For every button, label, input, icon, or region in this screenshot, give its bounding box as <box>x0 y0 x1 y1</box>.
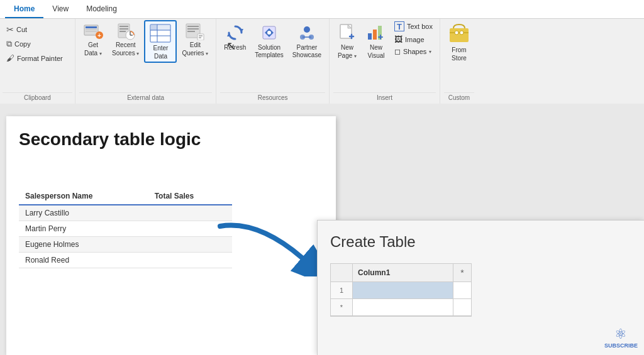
col-header-salesperson: Salesperson Name <box>19 188 148 205</box>
data-table: Salesperson Name Total Sales Larry Casti… <box>19 188 232 268</box>
grid-cell-star-1[interactable] <box>353 299 453 315</box>
svg-point-45 <box>460 31 464 35</box>
edit-queries-button[interactable]: Edit Queries ▾ <box>178 20 212 59</box>
from-store-button[interactable]: From Store <box>444 20 474 64</box>
main-content: Secondary table logic Salesperson Name T… <box>0 104 644 355</box>
resources-group: Refresh SolutionTemplates <box>216 19 330 104</box>
cut-button[interactable]: ✂ Cut <box>3 23 72 36</box>
grid-header-row: Column1 * <box>331 264 471 282</box>
text-box-icon: T <box>394 21 404 31</box>
salesperson-cell: Eugene Holmes <box>19 236 148 252</box>
external-data-items: + Get Data ▾ <box>79 20 212 92</box>
new-page-icon <box>337 23 357 43</box>
solution-templates-icon <box>259 23 279 43</box>
grid-row-num-header <box>331 264 353 281</box>
grid-cell-star-end <box>453 299 471 315</box>
insert-small-group: T Text box 🖼 Image ◻ Shapes ▾ <box>391 20 436 57</box>
table-row: Ronald Reed <box>19 252 232 268</box>
svg-marker-27 <box>227 33 231 36</box>
page-title: Secondary table logic <box>19 129 323 150</box>
from-store-icon <box>448 23 470 45</box>
salesperson-cell: Larry Castillo <box>19 205 148 221</box>
grid-cell-1-star <box>453 282 471 298</box>
partner-showcase-button[interactable]: PartnerShowcase <box>289 20 325 62</box>
svg-rect-2 <box>86 29 97 30</box>
recent-sources-button[interactable]: Recent Sources ▾ <box>108 20 143 59</box>
new-page-button[interactable]: New Page ▾ <box>333 20 361 62</box>
solution-templates-button[interactable]: SolutionTemplates <box>251 20 287 62</box>
svg-rect-22 <box>187 31 195 32</box>
grid-col-header-col1[interactable]: Column1 <box>353 264 453 281</box>
dialog-title: Create Table <box>330 233 631 251</box>
ribbon: Home View Modeling ✂ Cut ⧉ Copy 🖌 Format… <box>0 0 644 104</box>
sales-cell <box>148 236 232 252</box>
cut-label: Cut <box>16 26 27 33</box>
data-table-container: Salesperson Name Total Sales Larry Casti… <box>19 188 323 268</box>
svg-point-44 <box>455 31 458 35</box>
image-icon: 🖼 <box>394 35 402 44</box>
dna-icon: ⚛ <box>604 326 638 342</box>
partner-showcase-label: PartnerShowcase <box>292 44 321 59</box>
svg-rect-21 <box>187 28 199 30</box>
grid-add-col-button[interactable]: * <box>453 264 471 281</box>
refresh-button[interactable]: Refresh <box>220 20 250 53</box>
create-table-dialog: Create Table Column1 * 1 * ⚛ <box>317 220 644 355</box>
svg-rect-42 <box>450 28 469 42</box>
table-row: Larry Castillo <box>19 205 232 221</box>
insert-items: New Page ▾ New Visu <box>333 20 436 92</box>
clipboard-group: ✂ Cut ⧉ Copy 🖌 Format Painter Clipboard <box>0 19 75 104</box>
new-visual-label: New <box>370 44 382 51</box>
create-table-grid: Column1 * 1 * <box>330 263 472 317</box>
tab-home[interactable]: Home <box>5 1 43 18</box>
from-store-label: From <box>452 46 466 53</box>
svg-rect-17 <box>151 25 157 30</box>
svg-rect-7 <box>119 26 128 27</box>
get-data-label: Get <box>88 41 98 48</box>
custom-items: From Store <box>444 20 474 92</box>
svg-rect-38 <box>373 30 377 40</box>
format-painter-label: Format Painter <box>17 55 63 62</box>
enter-data-button[interactable]: Enter Data <box>144 20 177 63</box>
salesperson-cell: Martin Perry <box>19 221 148 236</box>
refresh-label: Refresh <box>224 44 246 51</box>
copy-button[interactable]: ⧉ Copy <box>3 37 72 51</box>
svg-rect-1 <box>86 26 97 28</box>
grid-cell-1-1[interactable] <box>353 282 453 298</box>
tab-modeling[interactable]: Modeling <box>77 1 126 18</box>
external-data-group: + Get Data ▾ <box>75 19 216 104</box>
enter-data-icon <box>149 23 172 43</box>
custom-group: From Store Custom <box>440 19 478 104</box>
image-label: Image <box>405 36 425 43</box>
shapes-label: Shapes <box>403 48 426 55</box>
external-data-group-label: External data <box>79 92 212 102</box>
svg-rect-20 <box>187 26 199 27</box>
format-painter-button[interactable]: 🖌 Format Painter <box>3 52 72 65</box>
svg-rect-8 <box>119 28 128 30</box>
new-visual-button[interactable]: New Visual <box>362 20 390 62</box>
insert-group-label: Insert <box>333 92 436 102</box>
tab-view[interactable]: View <box>43 1 77 18</box>
svg-rect-3 <box>86 31 97 32</box>
table-row: Eugene Holmes <box>19 236 232 252</box>
col-header-totalsales: Total Sales <box>148 188 232 205</box>
svg-text:+: + <box>97 32 101 39</box>
sales-cell <box>148 221 232 236</box>
salesperson-cell: Ronald Reed <box>19 252 148 268</box>
cut-icon: ✂ <box>6 25 14 35</box>
image-button[interactable]: 🖼 Image <box>391 33 436 45</box>
subscribe-label: SUBSCRIBE <box>604 342 638 349</box>
text-box-label: Text box <box>407 23 433 30</box>
text-box-button[interactable]: T Text box <box>391 20 436 33</box>
resources-group-label: Resources <box>220 92 325 102</box>
edit-queries-icon <box>185 23 205 40</box>
copy-icon: ⧉ <box>6 39 12 49</box>
insert-group: New Page ▾ New Visu <box>330 19 440 104</box>
grid-new-row: * <box>331 299 471 316</box>
svg-rect-9 <box>119 31 126 32</box>
shapes-button[interactable]: ◻ Shapes ▾ <box>391 46 436 57</box>
enter-data-label: Enter <box>153 45 169 52</box>
svg-rect-18 <box>158 25 170 30</box>
partner-showcase-icon <box>297 23 317 43</box>
get-data-button[interactable]: + Get Data ▾ <box>79 20 107 59</box>
ribbon-content-area: ✂ Cut ⧉ Copy 🖌 Format Painter Clipboard <box>0 19 644 104</box>
